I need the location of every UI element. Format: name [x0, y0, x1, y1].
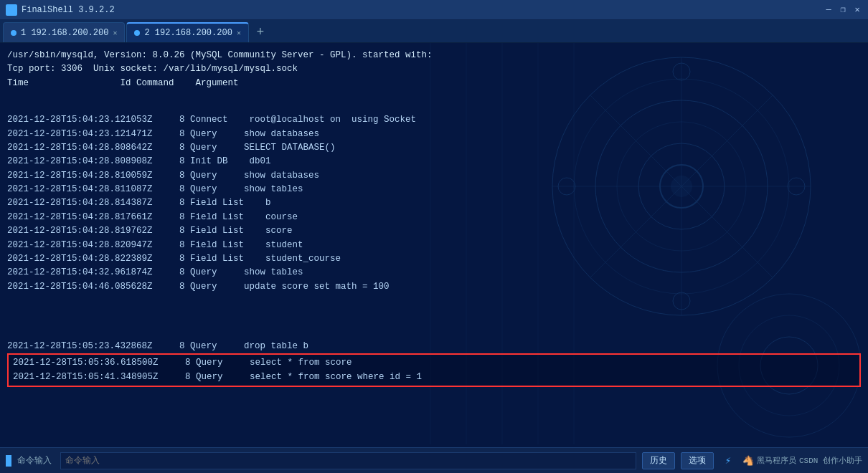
spacer — [7, 305, 861, 317]
title-left: FinalShell 3.9.2.2 — [6, 4, 115, 16]
term-line: 2021-12-28T15:04:23.121053Z 8 Connect ro… — [7, 113, 861, 127]
term-line: 2021-12-28T15:04:28.808642Z 8 Query SELE… — [7, 141, 861, 155]
tab-bar: 1 192.168.200.200 ✕ 2 192.168.200.200 ✕ … — [0, 20, 868, 43]
term-line: 2021-12-28T15:04:28.820947Z 8 Field List… — [7, 239, 861, 252]
term-line: 2021-12-28T15:04:23.121471Z 8 Query show… — [7, 128, 861, 141]
tab-add-button[interactable]: + — [250, 22, 270, 42]
tab-1[interactable]: 1 192.168.200.200 ✕ — [3, 22, 125, 42]
spacer — [7, 328, 861, 340]
select-button[interactable]: 选项 — [681, 452, 714, 469]
term-line: 2021-12-28T15:04:28.819762Z 8 Field List… — [7, 224, 861, 238]
tab-close-2[interactable]: ✕ — [237, 29, 241, 37]
lightning-icon[interactable]: ⚡ — [720, 452, 737, 469]
spacer — [7, 102, 861, 113]
term-line: 2021-12-28T15:05:23.432868Z 8 Query drop… — [7, 340, 861, 353]
tab-dot-2 — [134, 30, 140, 36]
close-button[interactable]: ✕ — [852, 5, 862, 15]
window-controls: — ❐ ✕ — [824, 5, 862, 15]
highlighted-block: 2021-12-28T15:05:36.618500Z 8 Query sele… — [7, 353, 861, 387]
term-line: 2021-12-28T15:05:41.348905Z 8 Query sele… — [13, 371, 855, 384]
cmd-label: 命令输入 — [17, 454, 52, 467]
watermark-text: 黑马程序员 — [757, 455, 796, 466]
term-line: 2021-12-28T15:04:28.808908Z 8 Init DB db… — [7, 155, 861, 168]
app-icon — [6, 4, 17, 16]
term-line: 2021-12-28T15:04:28.814387Z 8 Field List… — [7, 196, 861, 210]
terminal-content: /usr/sbin/mysqld, Version: 8.0.26 (MySQL… — [7, 49, 861, 387]
tab-2[interactable]: 2 192.168.200.200 ✕ — [126, 22, 248, 42]
watermark-logo: 🐴 — [742, 455, 754, 467]
tab-label-2: 2 192.168.200.200 — [144, 28, 232, 38]
term-line: 2021-12-28T15:04:28.822389Z 8 Field List… — [7, 252, 861, 266]
app-title: FinalShell 3.9.2.2 — [22, 5, 115, 15]
spacer — [7, 90, 861, 102]
term-line: /usr/sbin/mysqld, Version: 8.0.26 (MySQL… — [7, 49, 861, 62]
cursor — [6, 455, 11, 467]
term-line: Time Id Command Argument — [7, 77, 861, 90]
tab-dot-1 — [11, 30, 16, 36]
minimize-button[interactable]: — — [824, 5, 834, 15]
term-line: 2021-12-28T15:04:28.811087Z 8 Query show… — [7, 183, 861, 196]
term-line: 2021-12-28T15:04:32.961874Z 8 Query show… — [7, 266, 861, 280]
term-line: Tcp port: 3306 Unix socket: /var/lib/mys… — [7, 62, 861, 76]
spacer — [7, 294, 861, 305]
history-button[interactable]: 历史 — [642, 452, 675, 469]
title-bar: FinalShell 3.9.2.2 — ❐ ✕ — [0, 0, 868, 20]
term-line: 2021-12-28T15:04:28.817661Z 8 Field List… — [7, 211, 861, 224]
term-line: 2021-12-28T15:04:28.810059Z 8 Query show… — [7, 169, 861, 183]
bottom-bar: 命令输入 历史 选项 ⚡ 🐴 黑马程序员 CSDN 创作小助手 — [0, 447, 868, 473]
tab-close-1[interactable]: ✕ — [113, 29, 117, 37]
term-line: 2021-12-28T15:05:36.618500Z 8 Query sele… — [13, 356, 855, 370]
term-line: 2021-12-28T15:04:46.085628Z 8 Query upda… — [7, 280, 861, 294]
tab-label-1: 1 192.168.200.200 — [21, 28, 108, 38]
watermark: 🐴 黑马程序员 CSDN 创作小助手 — [742, 455, 862, 467]
command-input[interactable] — [60, 452, 636, 469]
spacer — [7, 317, 861, 328]
watermark-text2: CSDN 创作小助手 — [799, 455, 862, 466]
svg-rect-0 — [7, 6, 16, 14]
restore-button[interactable]: ❐ — [838, 5, 848, 15]
terminal[interactable]: /usr/sbin/mysqld, Version: 8.0.26 (MySQL… — [0, 43, 868, 447]
